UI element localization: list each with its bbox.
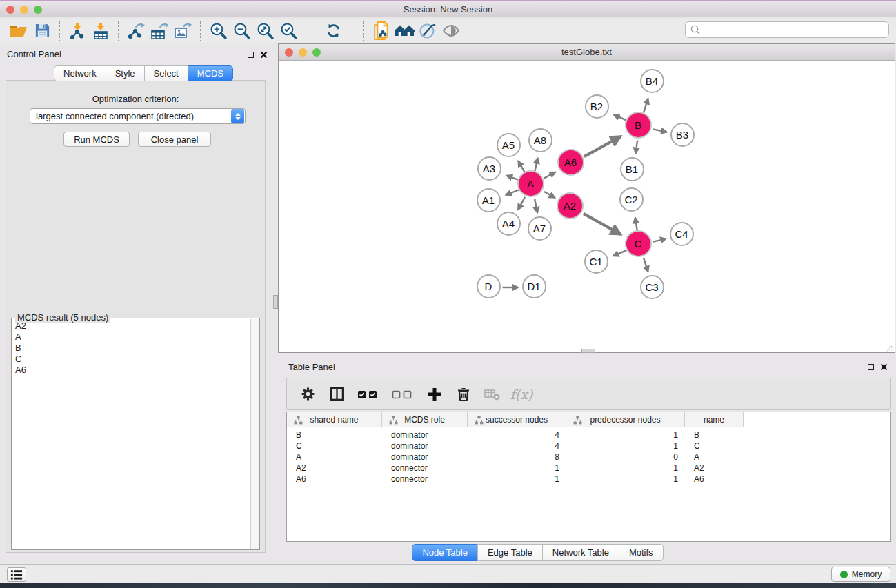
column-header[interactable]: name xyxy=(685,412,744,427)
graph-node[interactable]: A6 xyxy=(557,149,584,176)
style-preview-icon[interactable] xyxy=(416,21,439,41)
tab-network-table[interactable]: Network Table xyxy=(542,544,619,561)
export-network-icon[interactable] xyxy=(124,21,148,41)
column-layout-icon[interactable] xyxy=(327,385,346,404)
dock-splitter-handle[interactable] xyxy=(273,295,278,309)
graph-edge[interactable] xyxy=(506,190,519,195)
tab-style[interactable]: Style xyxy=(106,65,145,81)
tab-node-table[interactable]: Node Table xyxy=(412,544,478,561)
open-session-icon[interactable] xyxy=(7,21,30,41)
table-settings-icon[interactable] xyxy=(298,385,317,404)
graph-node[interactable]: C3 xyxy=(640,275,664,299)
graph-node[interactable]: B xyxy=(625,112,652,139)
clone-network-icon[interactable] xyxy=(369,21,392,41)
graph-edge[interactable] xyxy=(506,176,518,180)
graph-edge[interactable] xyxy=(644,99,648,113)
zoom-selected-icon[interactable] xyxy=(277,21,300,41)
network-canvas[interactable]: B4B2BB3A5A8A6A3B1AA1C2A2A4A7C4CC1C3DD1 xyxy=(279,61,895,352)
mcds-result-item[interactable]: C xyxy=(13,354,250,365)
network-window-titlebar[interactable]: testGlobe.txt xyxy=(279,44,895,61)
graph-edge[interactable] xyxy=(584,214,621,234)
bottom-splitter-handle[interactable] xyxy=(581,349,595,353)
graph-node[interactable]: B2 xyxy=(585,94,609,119)
graph-node[interactable]: A3 xyxy=(477,156,501,181)
task-history-button[interactable] xyxy=(7,567,26,582)
delete-table-icon[interactable] xyxy=(483,385,502,404)
float-panel-icon[interactable] xyxy=(248,52,254,58)
table-row[interactable]: Adominator80A xyxy=(287,452,890,463)
home-view-icon[interactable] xyxy=(392,21,416,41)
graph-node[interactable]: A1 xyxy=(477,188,501,212)
zoom-in-icon[interactable] xyxy=(206,21,230,41)
node-table[interactable]: shared nameMCDS rolesuccessor nodesprede… xyxy=(286,412,891,542)
export-table-icon[interactable] xyxy=(148,21,171,41)
select-all-icon[interactable] xyxy=(356,385,381,404)
tab-motifs[interactable]: Motifs xyxy=(619,544,664,561)
deselect-all-icon[interactable] xyxy=(390,385,415,404)
table-row[interactable]: Cdominator41C xyxy=(287,440,890,452)
function-builder-icon[interactable]: f(x) xyxy=(512,385,531,404)
search-input[interactable] xyxy=(685,21,889,38)
graph-node[interactable]: A4 xyxy=(497,212,521,236)
table-close-panel-icon[interactable] xyxy=(880,363,888,371)
resize-grip-icon[interactable] xyxy=(884,342,894,352)
graph-node[interactable]: B1 xyxy=(620,157,644,181)
import-table-icon[interactable] xyxy=(89,21,112,41)
column-header[interactable]: predecessor nodes xyxy=(566,412,685,427)
table-row[interactable]: A6connector11A6 xyxy=(287,474,890,485)
column-header[interactable]: MCDS role xyxy=(382,412,468,427)
graph-node[interactable]: A7 xyxy=(528,216,552,241)
tab-select[interactable]: Select xyxy=(144,65,188,81)
mcds-result-item[interactable]: B xyxy=(13,343,250,354)
table-row[interactable]: Bdominator41B xyxy=(287,429,890,440)
graph-node[interactable]: C1 xyxy=(584,250,608,274)
export-image-icon[interactable] xyxy=(171,21,195,41)
graph-edge[interactable] xyxy=(544,172,555,179)
graph-edge[interactable] xyxy=(653,129,667,132)
graph-edge[interactable] xyxy=(644,258,648,272)
run-mcds-button[interactable]: Run MCDS xyxy=(63,132,130,147)
close-panel-button[interactable]: Close panel xyxy=(138,132,211,147)
graph-edge[interactable] xyxy=(584,136,621,156)
graph-node[interactable]: D1 xyxy=(522,274,546,298)
graph-node[interactable]: C xyxy=(625,230,652,257)
graph-node[interactable]: C4 xyxy=(670,222,694,246)
column-header[interactable]: shared name xyxy=(287,412,382,427)
graph-edge[interactable] xyxy=(535,199,537,213)
table-row[interactable]: A2connector11A2 xyxy=(287,463,890,474)
tab-edge-table[interactable]: Edge Table xyxy=(477,544,543,561)
delete-column-icon[interactable] xyxy=(454,385,473,404)
tab-network[interactable]: Network xyxy=(54,65,106,81)
graph-edge[interactable] xyxy=(544,192,555,198)
mcds-result-item[interactable]: A xyxy=(13,332,250,343)
close-panel-icon[interactable] xyxy=(260,51,268,59)
import-network-icon[interactable] xyxy=(66,21,89,41)
graph-node[interactable]: C2 xyxy=(619,187,644,212)
zoom-fit-icon[interactable] xyxy=(253,21,277,41)
graph-edge[interactable] xyxy=(635,140,637,153)
graph-edge[interactable] xyxy=(635,217,637,230)
refresh-layout-icon[interactable] xyxy=(321,21,345,41)
graph-node[interactable]: A xyxy=(517,170,544,197)
tab-mcds[interactable]: MCDS xyxy=(188,65,233,81)
column-header[interactable]: successor nodes xyxy=(468,412,566,427)
graph-node[interactable]: A2 xyxy=(557,192,584,219)
graph-node[interactable]: A8 xyxy=(528,128,552,152)
add-column-icon[interactable] xyxy=(425,385,444,404)
mcds-result-item[interactable]: A6 xyxy=(13,365,250,376)
show-hide-graphics-icon[interactable] xyxy=(439,21,463,41)
graph-edge[interactable] xyxy=(653,239,666,241)
memory-button[interactable]: Memory xyxy=(831,567,890,582)
table-float-panel-icon[interactable] xyxy=(868,364,874,370)
graph-edge[interactable] xyxy=(518,161,525,173)
graph-edge[interactable] xyxy=(535,158,537,171)
graph-edge[interactable] xyxy=(518,197,525,210)
save-session-icon[interactable] xyxy=(30,21,54,41)
mcds-result-scrollbar[interactable] xyxy=(250,319,259,549)
graph-node[interactable]: D xyxy=(477,274,501,298)
optimization-criterion-dropdown[interactable]: largest connected component (directed) xyxy=(30,108,246,124)
mcds-result-item[interactable]: A2 xyxy=(13,321,250,332)
graph-node[interactable]: B3 xyxy=(670,123,695,147)
search-field[interactable] xyxy=(701,25,884,35)
graph-node[interactable]: A5 xyxy=(497,133,521,157)
